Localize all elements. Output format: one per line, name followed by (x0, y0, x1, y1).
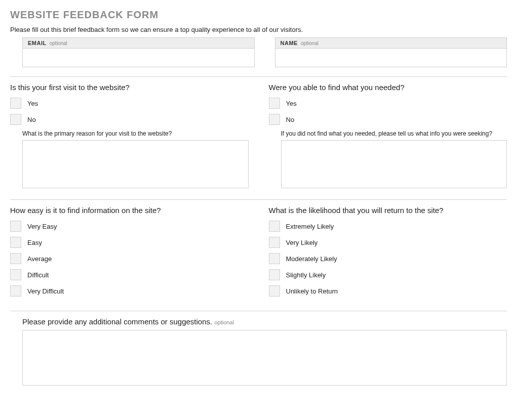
email-label: EMAIL (28, 40, 47, 46)
checkbox-label: Very Easy (27, 223, 57, 230)
checkbox-label: No (27, 116, 36, 123)
name-field-header: NAME optional (275, 38, 507, 49)
q3-option-easy: Easy (10, 237, 249, 248)
checkbox-label: Very Difficult (27, 287, 64, 295)
q3-option-average: Average (10, 253, 249, 264)
q1-option-no: No (10, 114, 249, 125)
intro-text: Please fill out this brief feedback form… (10, 26, 507, 33)
checkbox[interactable] (10, 269, 21, 280)
q2-title: Were you able to find what you needed? (269, 83, 507, 92)
q3-title: How easy is it to find information on th… (10, 206, 249, 215)
q4-title: What is the likelihood that you will ret… (269, 206, 507, 215)
q1-option-yes: Yes (10, 98, 249, 109)
divider (10, 199, 507, 200)
email-hint: optional (50, 40, 67, 46)
checkbox-label: Very Likely (286, 239, 318, 246)
q3-option-very-difficult: Very Difficult (10, 285, 249, 297)
checkbox[interactable] (10, 114, 21, 125)
q2-option-yes: Yes (269, 98, 507, 109)
q2-subprompt: If you did not find what you needed, ple… (281, 130, 507, 137)
checkbox[interactable] (269, 221, 280, 232)
checkbox[interactable] (10, 98, 21, 109)
checkbox-label: Unlikely to Return (286, 287, 338, 295)
q4-option-slightly-likely: Slightly Likely (269, 269, 507, 280)
checkbox-label: Yes (27, 100, 38, 107)
q4-option-moderately-likely: Moderately Likely (269, 253, 507, 264)
q4-option-unlikely: Unlikely to Return (269, 285, 507, 297)
email-field-box: EMAIL optional (22, 37, 255, 67)
checkbox[interactable] (269, 285, 280, 297)
checkbox-label: Extremely Likely (286, 223, 334, 230)
comments-hint: optional (214, 319, 234, 325)
checkbox[interactable] (10, 253, 21, 264)
email-input[interactable] (23, 49, 254, 67)
q3-option-very-easy: Very Easy (10, 221, 249, 232)
divider (10, 76, 507, 77)
name-field-box: NAME optional (275, 37, 507, 67)
checkbox-label: Average (27, 255, 52, 263)
comments-textarea[interactable] (22, 330, 507, 386)
comments-label: Please provide any additional comments o… (22, 317, 212, 326)
checkbox-label: No (286, 116, 295, 123)
q1-title: Is this your first visit to the website? (10, 83, 249, 92)
checkbox-label: Easy (27, 239, 42, 246)
q2-textarea[interactable] (281, 140, 507, 188)
checkbox[interactable] (269, 269, 280, 280)
checkbox[interactable] (269, 237, 280, 248)
name-hint: optional (301, 40, 319, 46)
q2-option-no: No (269, 114, 507, 125)
checkbox[interactable] (10, 237, 21, 248)
checkbox[interactable] (269, 253, 280, 264)
q1-subprompt: What is the primary reason for your visi… (22, 130, 249, 137)
q3-option-difficult: Difficult (10, 269, 249, 280)
email-field-header: EMAIL optional (23, 38, 254, 49)
checkbox-label: Moderately Likely (286, 255, 337, 263)
checkbox-label: Yes (286, 100, 297, 107)
comments-label-row: Please provide any additional comments o… (22, 317, 507, 326)
q4-option-very-likely: Very Likely (269, 237, 507, 248)
checkbox[interactable] (269, 98, 280, 109)
divider (10, 311, 507, 311)
q4-option-extremely-likely: Extremely Likely (269, 221, 507, 232)
name-label: NAME (281, 40, 298, 46)
checkbox[interactable] (10, 285, 21, 297)
page-title: WEBSITE FEEDBACK FORM (10, 9, 507, 21)
name-input[interactable] (275, 49, 507, 67)
q1-textarea[interactable] (22, 140, 249, 188)
checkbox[interactable] (10, 221, 21, 232)
checkbox-label: Difficult (27, 271, 49, 279)
checkbox-label: Slightly Likely (286, 271, 326, 279)
checkbox[interactable] (269, 114, 280, 125)
